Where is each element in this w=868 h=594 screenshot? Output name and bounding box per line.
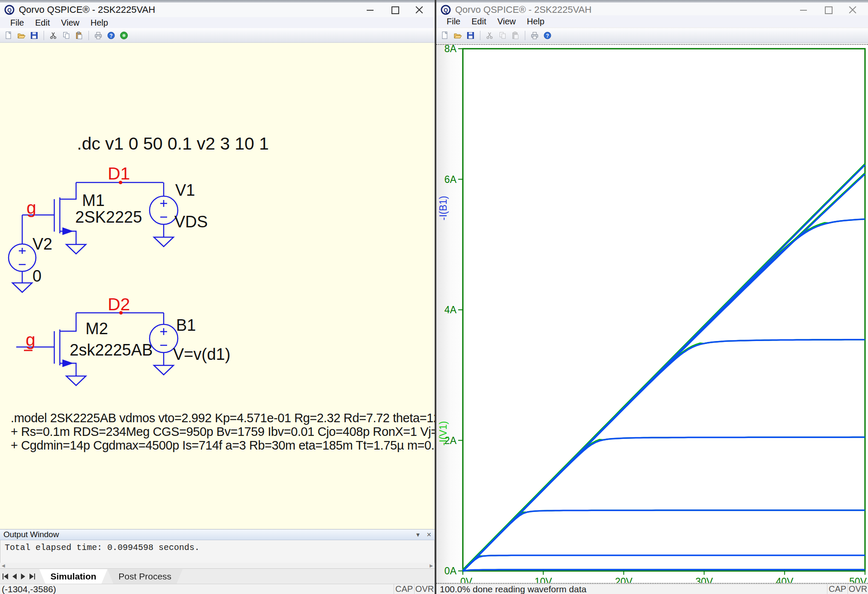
output-window-title: Output Window	[3, 530, 59, 539]
sheet-tabbar: Simulation Post Process	[0, 568, 435, 584]
menu-view[interactable]: View	[56, 18, 85, 28]
prev-tab-icon[interactable]	[12, 573, 17, 579]
m1-value[interactable]: 2SK2225	[75, 208, 142, 226]
minimize-button[interactable]	[365, 5, 375, 15]
spice-directive[interactable]: .dc v1 0 50 0.1 v2 3 10 1	[77, 134, 269, 153]
print-icon[interactable]	[93, 30, 103, 41]
waveform-window: Q Qorvo QSPICE® - 2SK2225VAH File Edit V…	[436, 0, 868, 594]
v2-value[interactable]: 0	[32, 267, 41, 285]
trace-blue-VGS=7V[interactable]	[463, 340, 865, 571]
trace-blue-VGS=5V[interactable]	[463, 510, 865, 571]
net-label-g1[interactable]: g	[26, 198, 36, 218]
m1-ref[interactable]: M1	[82, 191, 105, 209]
menu-help[interactable]: Help	[85, 18, 113, 28]
trace-green-VGS=5V[interactable]	[463, 510, 865, 570]
schematic-window: Q Qorvo QSPICE® - 2SK2225VAH File Edit V…	[0, 0, 435, 594]
minimize-button[interactable]	[799, 5, 808, 15]
trace-green-VGS=8V[interactable]	[463, 219, 865, 570]
cut-icon[interactable]	[48, 30, 59, 41]
copy-icon[interactable]	[61, 30, 71, 41]
ground-b1[interactable]	[154, 365, 174, 375]
paste-icon[interactable]	[74, 30, 84, 41]
wire-m1-source[interactable]	[60, 231, 76, 244]
menubar: File Edit View Help	[436, 15, 868, 27]
x-tick-label: 20V	[615, 576, 633, 583]
trace-blue-VGS=4V[interactable]	[463, 555, 865, 571]
copy-icon[interactable]	[497, 30, 508, 41]
titlebar: Q Qorvo QSPICE® - 2SK2225VAH	[436, 3, 868, 17]
next-tab-icon[interactable]	[21, 573, 25, 579]
ground-v1[interactable]	[154, 237, 174, 247]
app-icon: Q	[441, 5, 451, 15]
new-file-icon[interactable]	[440, 30, 450, 41]
b1-ref[interactable]: B1	[176, 316, 196, 334]
open-file-icon[interactable]	[16, 30, 26, 41]
close-output-icon[interactable]: ×	[427, 530, 431, 539]
collapse-icon[interactable]: ▼	[415, 532, 421, 538]
trace-green-VGS=6V[interactable]	[463, 437, 865, 570]
print-icon[interactable]	[530, 30, 540, 41]
menu-file[interactable]: File	[5, 18, 29, 28]
ground-m2[interactable]	[66, 376, 86, 385]
output-log: Total elapsed time: 0.0994598 seconds.	[0, 540, 435, 563]
menu-file[interactable]: File	[441, 17, 465, 26]
b1-plus	[160, 328, 167, 335]
schematic-canvas[interactable]: .dc v1 0 50 0.1 v2 3 10 1 D1 M1 2SK2225 …	[0, 43, 435, 529]
new-file-icon[interactable]	[3, 30, 14, 41]
model-line-3[interactable]: + Cgdmin=14p Cgdmax=4500p Is=714f a=3 Rb…	[11, 438, 435, 452]
help-icon[interactable]: ?	[542, 30, 553, 41]
save-icon[interactable]	[29, 30, 39, 41]
v2-ref[interactable]: V2	[32, 235, 52, 253]
output-hscrollbar[interactable]: ◀ ▶	[0, 563, 435, 568]
maximize-button[interactable]	[390, 5, 400, 15]
menubar: File Edit View Help	[0, 17, 435, 28]
menu-edit[interactable]: Edit	[466, 17, 491, 26]
model-line-2[interactable]: + Rs=0.1m RDS=234Meg CGS=950p Bv=1759 Ib…	[11, 425, 435, 438]
m2-value[interactable]: 2sk2225AB	[70, 341, 153, 359]
paste-icon[interactable]	[510, 30, 521, 41]
window-title: Qorvo QSPICE® - 2SK2225VAH	[19, 4, 155, 15]
maximize-button[interactable]	[824, 5, 833, 15]
first-tab-icon[interactable]	[3, 573, 8, 579]
menu-edit[interactable]: Edit	[30, 18, 55, 28]
v1-ref[interactable]: V1	[175, 181, 195, 199]
toolbar: ?	[0, 28, 435, 43]
y-axis-label-green-trace: -I(V1)	[438, 421, 449, 446]
ground-m1[interactable]	[66, 244, 86, 254]
trace-blue-VGS=6V[interactable]	[463, 437, 865, 571]
cut-icon[interactable]	[485, 30, 495, 41]
wire-m1-drain[interactable]	[60, 182, 76, 199]
net-label-d2[interactable]: D2	[108, 294, 130, 314]
trace-green-VGS=7V[interactable]	[463, 340, 865, 570]
m2-ref[interactable]: M2	[85, 320, 108, 338]
help-icon[interactable]: ?	[106, 30, 116, 41]
run-icon[interactable]	[119, 30, 129, 41]
tab-post-process[interactable]: Post Process	[107, 569, 182, 584]
wire-m2-drain[interactable]	[60, 313, 76, 331]
menu-help[interactable]: Help	[522, 17, 550, 26]
tab-simulation[interactable]: Simulation	[39, 569, 107, 584]
menu-view[interactable]: View	[492, 17, 521, 26]
waveform-plot[interactable]: 0V10V20V30V40V50V0A2A4A6A8A-I(B1)-I(V1)	[436, 44, 868, 584]
x-tick-label: 30V	[695, 576, 713, 583]
ground-v2[interactable]	[12, 283, 32, 292]
save-icon[interactable]	[465, 30, 476, 41]
last-tab-icon[interactable]	[29, 573, 35, 579]
close-button[interactable]	[415, 5, 424, 15]
b1-value[interactable]: V=v(d1)	[173, 345, 230, 363]
open-file-icon[interactable]	[453, 30, 463, 41]
toolbar: ?	[436, 28, 868, 43]
statusbar-right: 100.0% done reading waveform data CAP OV…	[436, 584, 868, 594]
close-button[interactable]	[848, 5, 858, 15]
scroll-right-icon[interactable]: ▶	[430, 563, 433, 568]
app-icon: Q	[4, 5, 15, 15]
v1-value[interactable]: VDS	[174, 213, 208, 231]
net-label-g2[interactable]: g	[26, 330, 35, 350]
scroll-left-icon[interactable]: ◀	[2, 563, 5, 568]
net-label-d1[interactable]: D1	[108, 164, 130, 183]
x-tick-label: 0V	[460, 576, 473, 583]
model-line-1[interactable]: .model 2SK2225AB vdmos vto=2.992 Kp=4.57…	[11, 411, 435, 425]
trace-blue-VGS=8V[interactable]	[463, 219, 865, 571]
trace-green-VGS=4V[interactable]	[463, 555, 865, 570]
y-tick-label: 0A	[444, 565, 457, 576]
